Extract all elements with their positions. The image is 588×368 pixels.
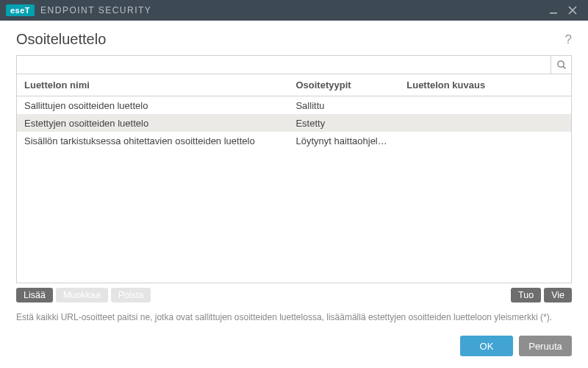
titlebar: eseT ENDPOINT SECURITY <box>0 0 588 21</box>
export-button[interactable]: Vie <box>544 288 572 302</box>
col-header-type[interactable]: Osoitetyypit <box>288 79 399 91</box>
add-button[interactable]: Lisää <box>16 288 53 302</box>
table-header: Luettelon nimi Osoitetyypit Luettelon ku… <box>17 74 571 96</box>
brand-logo: eseT <box>6 4 35 16</box>
svg-line-2 <box>563 66 565 68</box>
search-button[interactable] <box>551 56 571 74</box>
svg-rect-0 <box>550 13 557 14</box>
search-row <box>16 55 572 74</box>
header: Osoiteluettelo ? <box>0 21 588 55</box>
table-cell-type: Löytynyt haittaohjelma o... <box>288 135 399 146</box>
cancel-button[interactable]: Peruuta <box>519 336 572 356</box>
content: Luettelon nimi Osoitetyypit Luettelon ku… <box>0 55 588 324</box>
table-cell-type: Estetty <box>288 118 399 129</box>
close-button[interactable] <box>563 1 582 20</box>
table-row[interactable]: Sisällön tarkistuksessa ohitettavien oso… <box>17 132 571 149</box>
minimize-button[interactable] <box>544 1 563 20</box>
table-row[interactable]: Estettyjen osoitteiden luetteloEstetty <box>17 114 571 132</box>
table-cell-type: Sallittu <box>288 100 399 111</box>
svg-point-1 <box>557 61 563 67</box>
action-row: Lisää Muokkaa Poista Tuo Vie <box>16 288 572 302</box>
brand-product: ENDPOINT SECURITY <box>40 5 151 15</box>
ok-button[interactable]: OK <box>460 336 513 356</box>
table-cell-name: Estettyjen osoitteiden luettelo <box>17 118 288 129</box>
edit-button[interactable]: Muokkaa <box>56 288 108 302</box>
table-body: Sallittujen osoitteiden luetteloSallittu… <box>17 96 571 283</box>
hint-text: Estä kaikki URL-osoitteet paitsi ne, jot… <box>16 311 572 324</box>
table-row[interactable]: Sallittujen osoitteiden luetteloSallittu <box>17 96 571 114</box>
search-input[interactable] <box>17 56 551 74</box>
table-cell-name: Sallittujen osoitteiden luettelo <box>17 100 288 111</box>
table: Luettelon nimi Osoitetyypit Luettelon ku… <box>16 74 572 283</box>
search-icon <box>556 60 567 70</box>
help-icon[interactable]: ? <box>565 32 572 47</box>
footer: OK Peruuta <box>0 324 588 368</box>
import-button[interactable]: Tuo <box>511 288 541 302</box>
page-title: Osoiteluettelo <box>16 31 106 48</box>
delete-button[interactable]: Poista <box>111 288 151 302</box>
col-header-desc[interactable]: Luettelon kuvaus <box>399 79 571 91</box>
col-header-name[interactable]: Luettelon nimi <box>17 79 288 91</box>
table-cell-name: Sisällön tarkistuksessa ohitettavien oso… <box>17 135 288 146</box>
